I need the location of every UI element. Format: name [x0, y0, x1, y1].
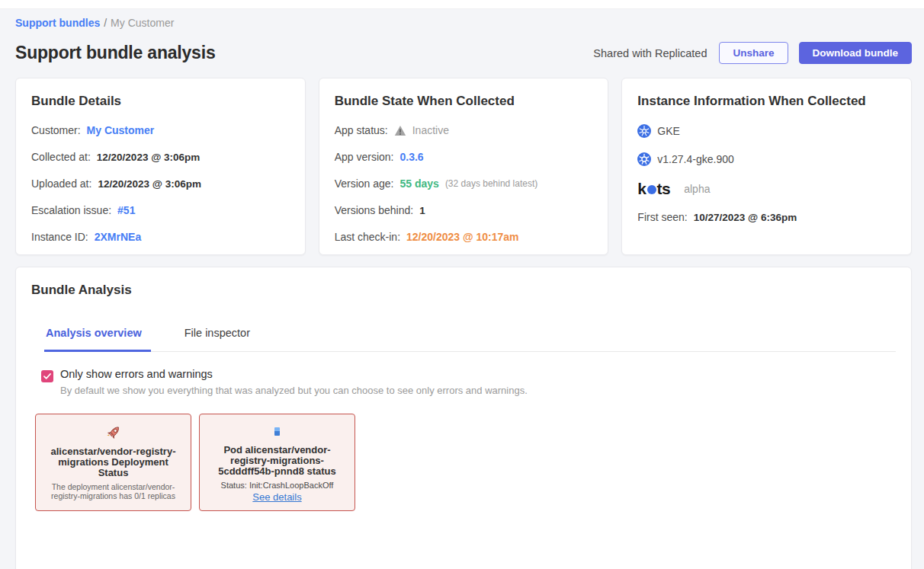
analysis-error-card-pod-status[interactable]: Pod alicenstar/vendor-registry-migration… [199, 414, 355, 511]
page: Support bundles/My Customer Support bund… [0, 17, 924, 569]
breadcrumb-support-bundles-link[interactable]: Support bundles [15, 17, 100, 29]
instance-id-row: Instance ID: 2XMrNEa [31, 231, 290, 243]
page-title: Support bundle analysis [15, 43, 216, 63]
last-checkin-label: Last check-in: [335, 231, 400, 243]
bundle-analysis-card: Bundle Analysis Analysis overview File i… [15, 267, 912, 569]
version-age-label: Version age: [335, 177, 394, 190]
kubernetes-icon [637, 124, 651, 138]
version-age-value: 55 days [400, 177, 439, 190]
customer-label: Customer: [31, 124, 81, 136]
distribution-row: GKE [637, 124, 896, 138]
download-bundle-button[interactable]: Download bundle [799, 42, 913, 64]
uploaded-at-label: Uploaded at: [31, 177, 91, 190]
escalation-issue-row: Escalation issue: #51 [31, 204, 290, 216]
info-cards-row: Bundle Details Customer: My Customer Col… [15, 78, 912, 255]
breadcrumb-current: My Customer [111, 17, 174, 29]
app-status-row: App status: Inactive [335, 124, 593, 136]
app-version-row: App version: 0.3.6 [335, 151, 593, 163]
filter-label[interactable]: Only show errors and warnings [60, 368, 528, 380]
customer-link[interactable]: My Customer [87, 124, 155, 136]
first-seen-row: First seen: 10/27/2023 @ 6:36pm [637, 211, 896, 223]
bundle-details-card: Bundle Details Customer: My Customer Col… [15, 78, 306, 255]
last-checkin-row: Last check-in: 12/20/2023 @ 10:17am [335, 231, 593, 243]
error-card-title: Pod alicenstar/vendor-registry-migration… [207, 445, 348, 477]
kots-channel: alpha [684, 183, 710, 195]
collected-at-value: 12/20/2023 @ 3:06pm [97, 152, 201, 163]
error-card-status: Status: Init:CrashLoopBackOff [221, 481, 334, 490]
breadcrumb-separator: / [104, 17, 107, 29]
version-age-note: (32 days behind latest) [445, 178, 537, 189]
breadcrumb: Support bundles/My Customer [15, 17, 912, 29]
kots-row: kts alpha [637, 181, 896, 197]
icon-slot [104, 422, 123, 443]
uploaded-at-value: 12/20/2023 @ 3:06pm [98, 178, 201, 190]
app-version-link[interactable]: 0.3.6 [399, 151, 423, 163]
versions-behind-value: 1 [419, 205, 425, 216]
filter-description: By default we show you everything that w… [60, 385, 528, 396]
instance-info-card: Instance Information When Collected GKE … [621, 78, 912, 255]
first-seen-label: First seen: [637, 211, 687, 223]
k8s-version-value: v1.27.4-gke.900 [657, 153, 733, 165]
collected-at-label: Collected at: [31, 151, 91, 163]
kots-logo-ts: ts [657, 181, 671, 197]
escalation-issue-link[interactable]: #51 [117, 204, 135, 216]
kubernetes-icon [637, 152, 651, 166]
instance-id-label: Instance ID: [31, 231, 88, 243]
top-nav-edge [0, 0, 924, 9]
check-icon [43, 373, 51, 379]
versions-behind-label: Versions behind: [335, 204, 414, 216]
app-status-value: Inactive [412, 124, 449, 136]
versions-behind-row: Versions behind: 1 [335, 204, 593, 216]
kots-logo-k: k [637, 181, 646, 197]
error-card-description: The deployment alicenstar/vendor-registr… [43, 482, 184, 500]
shared-status-text: Shared with Replicated [593, 47, 707, 59]
errors-warnings-checkbox[interactable] [41, 370, 53, 382]
filter-row: Only show errors and warnings By default… [41, 368, 896, 396]
analysis-tabs: Analysis overview File inspector [44, 321, 896, 352]
k8s-version-row: v1.27.4-gke.900 [637, 152, 896, 166]
kots-logo: kts [637, 181, 670, 197]
distribution-value: GKE [657, 125, 680, 137]
icon-slot [274, 422, 280, 442]
last-checkin-value: 12/20/2023 @ 10:17am [406, 231, 519, 243]
unshare-button[interactable]: Unshare [719, 42, 788, 64]
pod-icon [274, 427, 280, 436]
app-status-label: App status: [335, 124, 388, 136]
app-version-label: App version: [335, 151, 394, 163]
bundle-state-title: Bundle State When Collected [335, 94, 593, 109]
tab-file-inspector[interactable]: File inspector [183, 321, 252, 352]
first-seen-value: 10/27/2023 @ 6:36pm [694, 212, 797, 223]
header-actions: Shared with Replicated Unshare Download … [593, 42, 912, 64]
version-age-row: Version age: 55 days (32 days behind lat… [335, 177, 593, 190]
warning-icon [394, 125, 406, 136]
collected-at-row: Collected at: 12/20/2023 @ 3:06pm [31, 151, 290, 163]
error-card-title: alicenstar/vendor-registry-migrations De… [43, 446, 184, 478]
instance-info-title: Instance Information When Collected [637, 94, 896, 109]
instance-id-link[interactable]: 2XMrNEa [95, 231, 141, 243]
analysis-results: alicenstar/vendor-registry-migrations De… [35, 414, 896, 511]
bundle-analysis-title: Bundle Analysis [31, 283, 896, 298]
bundle-details-title: Bundle Details [31, 94, 290, 109]
escalation-issue-label: Escalation issue: [31, 204, 111, 216]
bundle-state-card: Bundle State When Collected App status: … [319, 78, 609, 255]
see-details-link[interactable]: See details [252, 491, 301, 503]
page-header: Support bundle analysis Shared with Repl… [15, 42, 912, 64]
customer-row: Customer: My Customer [31, 124, 290, 136]
analysis-error-card-deployment[interactable]: alicenstar/vendor-registry-migrations De… [35, 414, 191, 511]
tab-analysis-overview[interactable]: Analysis overview [44, 321, 151, 352]
rocket-icon [104, 424, 123, 442]
kots-logo-o-dot [647, 185, 656, 194]
filter-texts: Only show errors and warnings By default… [60, 368, 528, 396]
uploaded-at-row: Uploaded at: 12/20/2023 @ 3:06pm [31, 177, 290, 190]
